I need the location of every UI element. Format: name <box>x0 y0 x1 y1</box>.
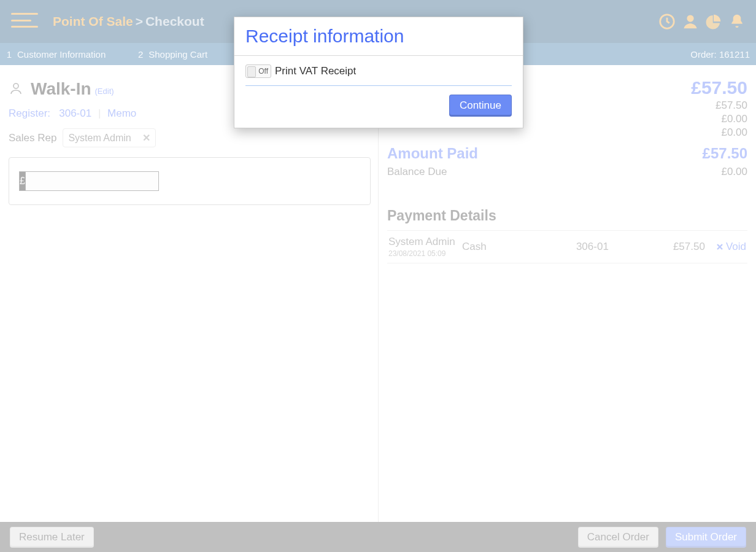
vat-toggle-label: Print VAT Receipt <box>275 65 356 77</box>
modal-body: Off Print VAT Receipt <box>234 56 523 86</box>
receipt-modal: Receipt information Off Print VAT Receip… <box>234 17 523 128</box>
vat-toggle[interactable]: Off <box>245 64 271 78</box>
modal-title: Receipt information <box>234 17 523 56</box>
vat-toggle-row: Off Print VAT Receipt <box>245 64 512 86</box>
modal-footer: Continue <box>234 86 523 128</box>
continue-button[interactable]: Continue <box>449 95 512 117</box>
